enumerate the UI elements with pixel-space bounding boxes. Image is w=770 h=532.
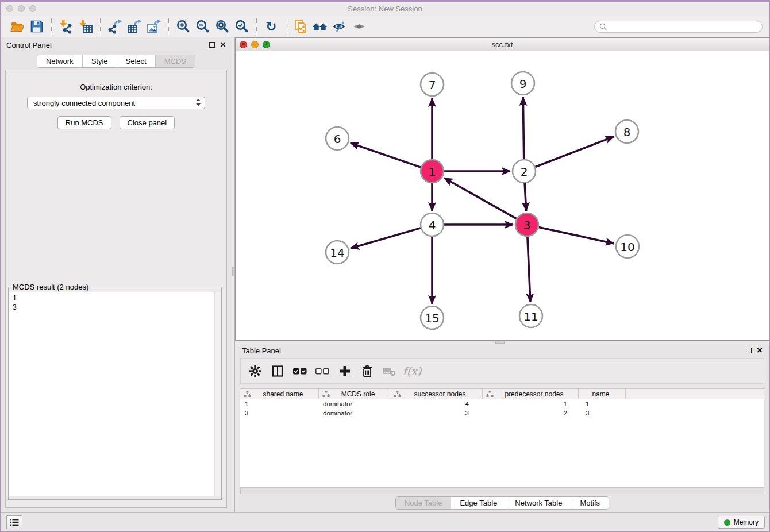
search-field[interactable] [594,21,763,33]
network-graph: 7968124314101511 [236,51,770,340]
save-session-icon[interactable] [27,18,47,35]
horizontal-scrollbar[interactable] [240,487,764,494]
network-window-title: scc.txt [236,40,769,49]
graph-edge-2-3[interactable] [525,183,526,211]
search-input[interactable] [610,22,757,30]
tab-network-table[interactable]: Network Table [506,497,571,509]
column-header-successor-nodes[interactable]: successor nodes [390,389,483,399]
graph-node-label: 11 [523,310,538,323]
memory-button[interactable]: Memory [718,516,765,529]
tab-node-table[interactable]: Node Table [396,497,451,509]
toolbar-separator [256,18,257,34]
dropdown-value: strongly connected component [33,99,135,107]
import-table-icon[interactable] [76,18,95,35]
splitter-grip[interactable] [232,267,234,276]
tree-icon [244,390,251,398]
graph-node-label: 3 [523,218,531,232]
tab-motifs[interactable]: Motifs [571,497,609,509]
graph-edge-3-11[interactable] [528,237,530,302]
cell-successor-nodes: 3 [390,408,483,418]
task-history-button[interactable] [6,515,22,529]
zoom-selected-icon[interactable] [232,18,252,35]
cell-name: 3 [579,408,626,418]
control-panel-tabs: Network Style Select MCDS [37,55,195,68]
column-header-mcds-role[interactable]: MCDS role [319,389,390,399]
tab-edge-table[interactable]: Edge Table [451,497,506,509]
show-graphics-details-icon[interactable] [349,18,369,35]
tab-network[interactable]: Network [37,55,82,67]
cell-mcds-role: dominator [319,399,390,408]
mcds-result-line: 3 [13,303,217,312]
zoom-in-icon[interactable] [174,18,193,35]
export-network-icon[interactable] [105,18,125,35]
graph-edge-1-6[interactable] [351,143,421,167]
graph-node-label: 9 [519,77,527,91]
close-panel-icon[interactable]: × [220,42,226,48]
zoom-fit-icon[interactable] [213,18,232,35]
open-session-icon[interactable] [7,18,27,35]
split-panel-icon[interactable] [269,363,286,380]
delete-column-icon[interactable] [359,363,376,380]
hide-graphics-details-icon[interactable] [330,18,349,35]
column-header-shared-name[interactable]: shared name [240,389,319,399]
run-mcds-button[interactable]: Run MCDS [57,116,111,129]
mcds-result-list[interactable]: 1 3 [9,292,221,496]
toolbar-separator [100,18,101,34]
graph-edge-3-1[interactable] [444,178,517,219]
graph-edge-3-10[interactable] [539,227,614,243]
cell-name: 1 [579,399,626,408]
cell-shared-name: 1 [240,399,319,408]
refresh-icon[interactable]: ↻ [261,18,281,35]
mcds-result-line: 1 [13,294,217,303]
graph-node-label: 10 [620,240,634,254]
toolbar-separator [286,18,286,34]
add-column-icon[interactable] [336,363,353,380]
table-row[interactable]: 1 dominator 4 1 1 [240,399,764,408]
table-header: shared name MCDS role successor nodes pr… [240,389,764,399]
graph-edge-4-14[interactable] [351,228,421,248]
dropdown-arrows-icon [195,98,201,108]
graph-node-label: 1 [429,165,436,179]
tab-style[interactable]: Style [82,55,117,67]
toolbar-separator [51,18,52,34]
graph-node-label: 7 [429,78,436,92]
graph-edge-2-8[interactable] [536,137,614,167]
float-panel-icon[interactable] [746,348,752,353]
graph-edge-2-9[interactable] [523,97,523,159]
import-network-icon[interactable] [56,18,76,35]
table-panel: Table Panel × f(x) [235,344,769,512]
select-all-icon[interactable] [291,363,309,380]
delete-table-icon[interactable] [381,363,398,380]
export-table-icon[interactable] [125,18,144,35]
tree-icon [486,390,494,398]
network-canvas[interactable]: 7968124314101511 [236,51,769,340]
search-icon [599,23,607,30]
two-houses-icon[interactable] [310,18,330,35]
tab-select[interactable]: Select [117,55,155,67]
float-panel-icon[interactable] [209,42,215,48]
network-view-window: × – + scc.txt 7968124314101511 [235,37,769,341]
cell-predecessor-nodes: 1 [483,399,579,408]
close-panel-icon[interactable]: × [757,348,763,353]
clone-network-icon[interactable] [291,18,310,35]
window-title: Session: New Session [1,5,769,13]
control-panel-title: Control Panel [6,41,52,49]
memory-status-icon [724,519,730,526]
apply-function-icon[interactable]: f(x) [403,363,421,380]
result-scrollbar[interactable] [214,292,221,496]
close-panel-button[interactable]: Close panel [120,116,175,129]
table-settings-icon[interactable] [247,363,264,380]
graph-node-label: 8 [623,125,631,139]
export-image-icon[interactable] [144,18,164,35]
zoom-out-icon[interactable] [193,18,213,35]
deselect-all-icon[interactable] [314,363,331,380]
table-row[interactable]: 3 dominator 3 2 3 [240,408,764,418]
network-window-titlebar[interactable]: × – + scc.txt [236,38,769,51]
column-header-name[interactable]: name [579,389,626,399]
tree-icon [322,390,330,398]
column-header-predecessor-nodes[interactable]: predecessor nodes [483,389,579,399]
mcds-result-group: MCDS result (2 nodes) 1 3 [8,283,222,500]
tab-mcds[interactable]: MCDS [155,55,195,67]
optimization-criterion-dropdown[interactable]: strongly connected component [27,97,205,109]
toolbar-separator [168,18,169,34]
